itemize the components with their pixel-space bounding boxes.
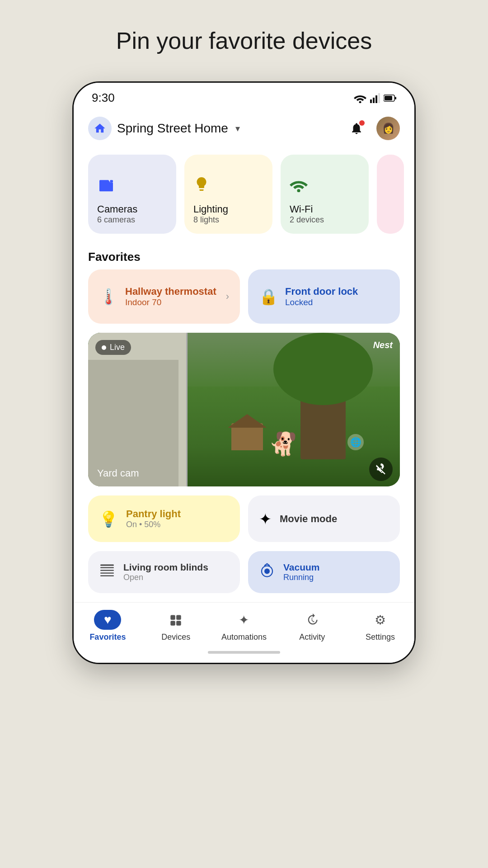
lighting-icon — [193, 176, 263, 196]
svg-rect-3 — [375, 95, 377, 103]
status-time: 9:30 — [92, 91, 115, 105]
movie-mode-card[interactable]: ✦ Movie mode — [248, 495, 400, 542]
favorites-section-label: Favorites — [74, 241, 414, 269]
camera-feed[interactable]: 🐕 🌐 Live Nest Yard cam — [88, 333, 400, 486]
wifi-icon — [290, 178, 308, 192]
svg-point-0 — [359, 101, 361, 103]
vacuum-name: Vacuum — [283, 562, 320, 573]
vacuum-sub: Running — [283, 573, 320, 582]
phone-frame: 9:30 — [72, 81, 416, 664]
battery-icon — [384, 94, 396, 102]
thermostat-icon: 🌡️ — [99, 288, 118, 306]
cameras-card[interactable]: Cameras 6 cameras — [88, 155, 176, 234]
vacuum-card[interactable]: Vacuum Running — [248, 551, 400, 593]
svg-rect-17 — [171, 615, 176, 620]
lighting-card[interactable]: Lighting 8 lights — [184, 155, 272, 234]
nav-favorites[interactable]: ♥ Favorites — [74, 610, 142, 642]
thermostat-info: Hallway thermostat Indoor 70 — [125, 286, 219, 307]
home-indicator — [74, 646, 414, 663]
automations-nav-label: Automations — [221, 632, 267, 642]
svg-rect-6 — [395, 97, 396, 99]
mute-icon — [375, 463, 387, 475]
pantry-sub: On • 50% — [126, 520, 229, 529]
category-scroll: Cameras 6 cameras Lighting 8 lights — [74, 147, 414, 241]
svg-rect-1 — [370, 99, 372, 103]
wifi-card-icon — [290, 177, 360, 196]
svg-rect-10 — [100, 564, 114, 566]
settings-nav-icon: ⚙ — [367, 610, 394, 630]
chevron-down-icon: ▾ — [235, 123, 240, 134]
home-selector[interactable]: Spring Street Home ▾ — [88, 117, 240, 140]
camera-name: Yard cam — [97, 467, 139, 479]
svg-point-9 — [297, 189, 300, 192]
movie-name: Movie mode — [280, 513, 389, 525]
vacuum-icon — [259, 562, 275, 582]
cameras-sub: 6 cameras — [97, 215, 167, 225]
cameras-label: Cameras — [97, 203, 167, 215]
camera-live-badge: Live — [95, 340, 131, 355]
wifi-status-icon — [354, 93, 366, 103]
nav-devices[interactable]: Devices — [142, 610, 210, 642]
lock-card[interactable]: 🔒 Front door lock Locked — [248, 269, 400, 324]
cameras-icon — [97, 177, 167, 196]
movie-info: Movie mode — [280, 513, 389, 525]
lamp-icon — [193, 176, 210, 192]
lock-icon: 🔒 — [259, 288, 278, 306]
avatar[interactable]: 👩 — [376, 117, 400, 140]
app-header: Spring Street Home ▾ 👩 — [74, 109, 414, 147]
lighting-sub: 8 lights — [193, 215, 263, 225]
nav-settings[interactable]: ⚙ Settings — [346, 610, 414, 642]
devices-row-2: Living room blinds Open Vacuum Running — [74, 551, 414, 602]
activity-nav-icon — [299, 610, 326, 630]
wifi-label: Wi-Fi — [290, 203, 360, 215]
status-icons — [354, 93, 396, 103]
camera-icon — [97, 179, 115, 192]
blinds-sub: Open — [123, 573, 208, 582]
svg-rect-8 — [110, 180, 113, 182]
activity-nav-label: Activity — [299, 632, 325, 642]
home-icon — [88, 117, 112, 140]
camera-mute-button[interactable] — [369, 458, 393, 481]
blinds-name: Living room blinds — [123, 562, 208, 573]
svg-rect-19 — [171, 621, 176, 626]
home-name: Spring Street Home — [117, 121, 228, 136]
vacuum-svg — [259, 562, 275, 579]
blinds-icon — [99, 562, 115, 582]
svg-point-16 — [264, 568, 270, 574]
signal-icon — [370, 93, 380, 103]
devices-nav-label: Devices — [161, 632, 190, 642]
favorites-nav-icon: ♥ — [94, 610, 121, 630]
live-dot — [102, 345, 106, 350]
automations-nav-icon: ✦ — [230, 610, 258, 630]
svg-rect-4 — [378, 93, 380, 103]
thermostat-sub: Indoor 70 — [125, 297, 219, 307]
header-actions: 👩 — [346, 117, 400, 140]
notification-dot — [359, 120, 365, 126]
svg-rect-20 — [176, 621, 181, 626]
devices-row-1: 💡 Pantry light On • 50% ✦ Movie mode — [74, 495, 414, 551]
lighting-label: Lighting — [193, 203, 263, 215]
nav-activity[interactable]: Activity — [278, 610, 346, 642]
blinds-info: Living room blinds Open — [123, 562, 208, 582]
camera-brand: Nest — [373, 340, 393, 350]
thermostat-card[interactable]: 🌡️ Hallway thermostat Indoor 70 › — [88, 269, 240, 324]
lock-name: Front door lock — [285, 286, 389, 297]
pantry-light-card[interactable]: 💡 Pantry light On • 50% — [88, 495, 240, 542]
thermostat-name: Hallway thermostat — [125, 286, 219, 297]
vacuum-info: Vacuum Running — [283, 562, 320, 582]
blinds-svg — [99, 562, 115, 579]
notification-button[interactable] — [346, 118, 367, 139]
pantry-info: Pantry light On • 50% — [126, 508, 229, 529]
favorites-row: 🌡️ Hallway thermostat Indoor 70 › 🔒 Fron… — [74, 269, 414, 333]
nav-automations[interactable]: ✦ Automations — [210, 610, 278, 642]
wifi-card[interactable]: Wi-Fi 2 devices — [281, 155, 369, 234]
house-icon — [94, 122, 106, 135]
blinds-card[interactable]: Living room blinds Open — [88, 551, 240, 593]
camera-house — [88, 333, 188, 486]
page-wrapper: Pin your favorite devices 9:30 — [0, 0, 488, 868]
partial-card[interactable] — [377, 155, 404, 234]
camera-globe-icon: 🌐 — [347, 434, 364, 450]
camera-tree — [300, 369, 346, 459]
status-bar: 9:30 — [74, 83, 414, 109]
lock-info: Front door lock Locked — [285, 286, 389, 307]
